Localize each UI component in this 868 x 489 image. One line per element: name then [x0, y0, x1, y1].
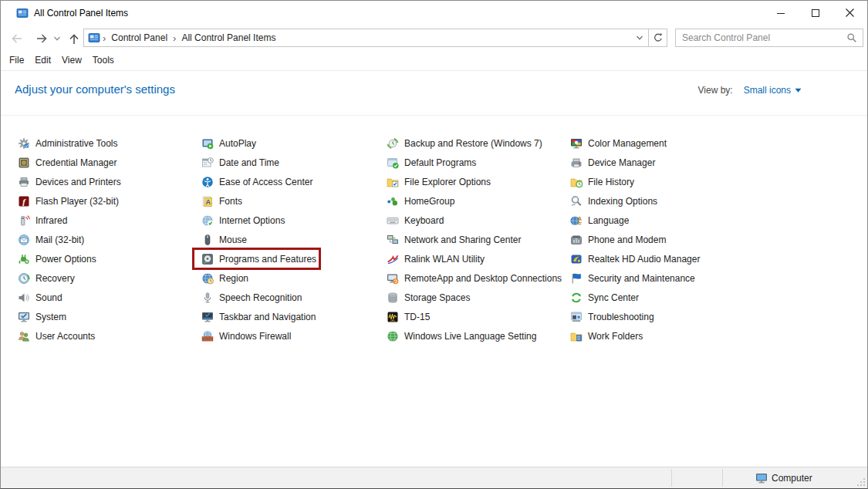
- mail-icon: [18, 234, 30, 246]
- item-label: Keyboard: [404, 215, 444, 226]
- item-sync-center[interactable]: Sync Center: [570, 288, 754, 307]
- item-security-and-maintenance[interactable]: Security and Maintenance: [570, 268, 754, 288]
- back-button[interactable]: [7, 29, 27, 49]
- item-fonts[interactable]: AFonts: [201, 191, 385, 211]
- keyboard-icon: [387, 214, 399, 227]
- search-input[interactable]: [676, 32, 846, 43]
- view-by-label: View by:: [698, 85, 733, 96]
- region-globe-icon: [201, 272, 214, 285]
- item-sound[interactable]: Sound: [18, 288, 201, 307]
- item-credential-manager[interactable]: Credential Manager: [18, 153, 201, 172]
- up-button[interactable]: [64, 29, 84, 49]
- item-autoplay[interactable]: AutoPlay: [201, 133, 385, 153]
- menu-item-edit[interactable]: Edit: [29, 52, 56, 69]
- item-label: System: [35, 312, 66, 322]
- item-user-accounts[interactable]: User Accounts: [18, 326, 201, 346]
- item-label: Fonts: [219, 196, 242, 207]
- breadcrumb-segment[interactable]: All Control Panel Items: [178, 32, 279, 43]
- item-label: AutoPlay: [219, 138, 256, 149]
- indexing-magnifier-icon: [570, 195, 583, 207]
- item-device-manager[interactable]: Device Manager: [570, 153, 754, 172]
- minimize-button[interactable]: [763, 1, 798, 25]
- item-phone-and-modem[interactable]: Phone and Modem: [570, 230, 754, 249]
- item-td-15[interactable]: +H+TD-15: [387, 307, 570, 326]
- item-region[interactable]: Region: [201, 268, 385, 288]
- programs-disc-icon: [201, 253, 214, 265]
- breadcrumb-chevron[interactable]: ›: [100, 32, 108, 44]
- item-realtek-hd-audio-manager[interactable]: Realtek HD Audio Manager: [570, 249, 754, 268]
- item-system[interactable]: System: [18, 307, 201, 326]
- taskbar-icon: [201, 311, 214, 323]
- item-programs-and-features[interactable]: Programs and Features: [201, 249, 385, 268]
- items-column: Administrative ToolsCredential ManagerDe…: [18, 133, 201, 346]
- item-recovery[interactable]: Recovery: [18, 268, 201, 288]
- item-internet-options[interactable]: Internet Options: [201, 211, 385, 230]
- item-default-programs[interactable]: Default Programs: [387, 153, 570, 172]
- item-administrative-tools[interactable]: Administrative Tools: [18, 133, 201, 153]
- storage-stack-icon: [387, 292, 399, 304]
- breadcrumb-chevron[interactable]: ›: [171, 32, 178, 44]
- item-keyboard[interactable]: Keyboard: [387, 211, 570, 230]
- item-mail-32-bit[interactable]: Mail (32-bit): [18, 230, 201, 249]
- item-date-and-time[interactable]: Date and Time: [201, 153, 385, 172]
- item-work-folders[interactable]: Work Folders: [570, 326, 754, 346]
- item-windows-live-language-setting[interactable]: Windows Live Language Setting: [387, 326, 570, 346]
- resize-grip[interactable]: [856, 477, 866, 487]
- recent-pages-button[interactable]: [50, 29, 64, 49]
- menu-item-tools[interactable]: Tools: [87, 52, 120, 69]
- close-button[interactable]: [833, 1, 867, 25]
- fonts-icon: A: [201, 195, 214, 207]
- date-time-icon: [201, 157, 214, 169]
- item-flash-player-32-bit[interactable]: fFlash Player (32-bit): [18, 191, 201, 211]
- item-file-explorer-options[interactable]: File Explorer Options: [387, 172, 570, 191]
- item-network-and-sharing-center[interactable]: Network and Sharing Center: [387, 230, 570, 249]
- security-flag-icon: [570, 272, 583, 285]
- item-devices-and-printers[interactable]: Devices and Printers: [18, 172, 201, 191]
- troubleshooting-icon: [570, 311, 583, 323]
- menu-bar: FileEditViewTools: [1, 50, 867, 71]
- item-file-history[interactable]: File History: [570, 172, 754, 191]
- items-column: Color ManagementDevice ManagerFile Histo…: [570, 133, 754, 346]
- item-troubleshooting[interactable]: Troubleshooting: [570, 307, 754, 326]
- item-label: TD-15: [404, 312, 430, 322]
- item-ralink-wlan-utility[interactable]: Ralink WLAN Utility: [387, 249, 570, 268]
- item-ease-of-access-center[interactable]: Ease of Access Center: [201, 172, 385, 191]
- item-infrared[interactable]: Infrared: [18, 211, 201, 230]
- item-color-management[interactable]: Color Management: [570, 133, 754, 153]
- item-label: Realtek HD Audio Manager: [588, 254, 700, 265]
- chevron-down-icon: [53, 35, 61, 42]
- item-backup-and-restore-windows-7[interactable]: Backup and Restore (Windows 7): [387, 133, 570, 153]
- item-label: Backup and Restore (Windows 7): [404, 138, 542, 149]
- item-remoteapp-and-desktop-connections[interactable]: RemoteApp and Desktop Connections: [387, 268, 570, 288]
- item-storage-spaces[interactable]: Storage Spaces: [387, 288, 570, 307]
- maximize-button[interactable]: [798, 1, 833, 25]
- item-indexing-options[interactable]: Indexing Options: [570, 191, 754, 211]
- item-label: Programs and Features: [219, 254, 316, 265]
- address-bar[interactable]: ›Control Panel›All Control Panel Items: [83, 29, 649, 47]
- forward-button[interactable]: [32, 29, 52, 49]
- item-label: Power Options: [35, 254, 96, 265]
- item-mouse[interactable]: Mouse: [201, 230, 385, 249]
- item-windows-firewall[interactable]: Windows Firewall: [201, 326, 385, 346]
- menu-item-file[interactable]: File: [4, 52, 29, 69]
- refresh-button[interactable]: [648, 29, 667, 47]
- view-by-value: Small icons: [744, 85, 791, 96]
- view-by-dropdown[interactable]: Small icons: [744, 85, 802, 96]
- search-icon[interactable]: [846, 32, 857, 43]
- header-divider: [1, 115, 867, 116]
- language-globe-icon: A: [570, 214, 583, 227]
- item-power-options[interactable]: Power Options: [18, 249, 201, 268]
- item-label: Flash Player (32-bit): [35, 196, 119, 207]
- item-label: Ralink WLAN Utility: [404, 254, 485, 265]
- breadcrumb-segment[interactable]: Control Panel: [108, 32, 171, 43]
- color-monitor-icon: [570, 137, 583, 150]
- item-label: File Explorer Options: [404, 177, 491, 187]
- address-dropdown-button[interactable]: [636, 34, 643, 42]
- close-icon: [846, 8, 854, 17]
- menu-item-view[interactable]: View: [56, 52, 87, 69]
- item-taskbar-and-navigation[interactable]: Taskbar and Navigation: [201, 307, 385, 326]
- item-language[interactable]: ALanguage: [570, 211, 754, 230]
- item-homegroup[interactable]: HomeGroup: [387, 191, 570, 211]
- item-label: Infrared: [35, 215, 67, 226]
- item-speech-recognition[interactable]: Speech Recognition: [201, 288, 385, 307]
